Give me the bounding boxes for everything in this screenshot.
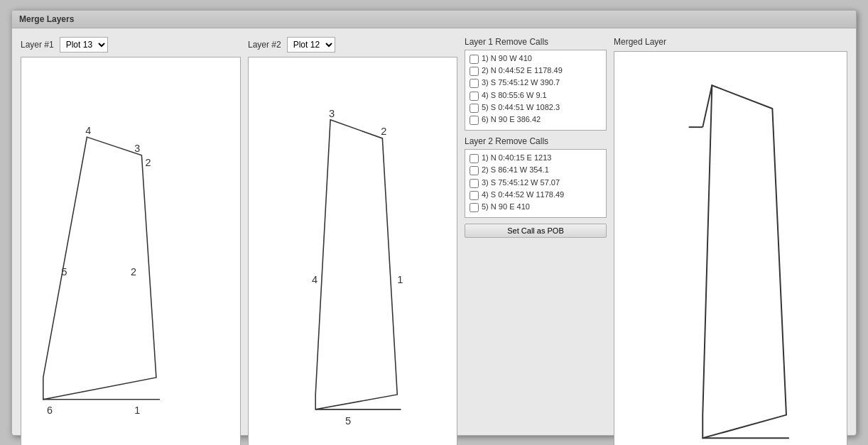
layer1-calls-section: Layer 1 Remove Calls 1) N 90 W 410 2) N …: [465, 37, 607, 131]
call4-text: 4) S 80:55:6 W 9.1: [482, 90, 547, 101]
dialog-titlebar: Merge Layers: [12, 11, 856, 28]
svg-text:1: 1: [397, 273, 403, 285]
svg-text:2: 2: [131, 266, 136, 278]
list-item: 2) S 86:41 W 354.1: [470, 165, 602, 175]
call1-checkbox[interactable]: [470, 55, 479, 64]
layer2-calls-box: 1) N 0:40:15 E 1213 2) S 86:41 W 354.1 3…: [465, 149, 607, 218]
list-item: 1) N 0:40:15 E 1213: [470, 153, 602, 163]
call5-checkbox[interactable]: [470, 104, 479, 113]
dialog-title: Merge Layers: [19, 14, 74, 24]
layer2-panel: Layer #2 Plot 12 Plot 13 Plot 11 3 2 4 1…: [248, 37, 457, 446]
list-item: 5) S 0:44:51 W 1082.3: [470, 102, 602, 113]
svg-marker-9: [315, 119, 397, 409]
list-item: 3) S 75:45:12 W 390.7: [470, 77, 602, 88]
call6-text: 6) N 90 E 386.42: [482, 114, 541, 125]
svg-text:2: 2: [381, 125, 386, 136]
layer2-label: Layer #2: [248, 40, 281, 50]
set-call-pob-button[interactable]: Set Call as POB: [465, 224, 607, 238]
list-item: 1) N 90 W 410: [470, 53, 602, 64]
layer2-select[interactable]: Plot 12 Plot 13 Plot 11: [287, 37, 335, 53]
svg-marker-0: [43, 137, 156, 400]
layer2-svg: 3 2 4 1 5: [249, 57, 457, 446]
layer2-header: Layer #2 Plot 12 Plot 13 Plot 11: [248, 37, 457, 53]
call1-text: 1) N 90 W 410: [482, 53, 532, 64]
list-item: 2) N 0:44:52 E 1178.49: [470, 65, 602, 76]
svg-text:3: 3: [329, 107, 335, 119]
svg-marker-16: [702, 85, 786, 438]
list-item: 6) N 90 E 386.42: [470, 114, 602, 125]
l2-call3-text: 3) S 75:45:12 W 57.07: [482, 177, 560, 188]
list-item: 5) N 90 E 410: [470, 202, 602, 212]
list-item: 4) S 80:55:6 W 9.1: [470, 90, 602, 101]
l2-call5-checkbox[interactable]: [470, 203, 479, 212]
call4-checkbox[interactable]: [470, 92, 479, 101]
svg-text:1: 1: [134, 405, 140, 416]
merged-canvas: [614, 51, 847, 446]
svg-text:6: 6: [47, 405, 53, 416]
svg-text:4: 4: [312, 273, 318, 285]
l2-call5-text: 5) N 90 E 410: [482, 202, 530, 212]
layer2-canvas: 3 2 4 1 5: [248, 57, 457, 446]
layer1-calls-box: 1) N 90 W 410 2) N 0:44:52 E 1178.49 3) …: [465, 50, 607, 131]
layer2-calls-label: Layer 2 Remove Calls: [465, 136, 607, 146]
calls-panel: Layer 1 Remove Calls 1) N 90 W 410 2) N …: [465, 37, 607, 446]
call6-checkbox[interactable]: [470, 116, 479, 125]
layer2-calls-section: Layer 2 Remove Calls 1) N 0:40:15 E 1213…: [465, 136, 607, 218]
layer1-select[interactable]: Plot 13 Plot 12 Plot 11: [60, 37, 108, 53]
layer1-panel: Layer #1 Plot 13 Plot 12 Plot 11 3 2 4 5: [21, 37, 241, 446]
merged-header: Merged Layer: [614, 37, 847, 47]
call3-checkbox[interactable]: [470, 79, 479, 88]
l2-call1-text: 1) N 0:40:15 E 1213: [482, 153, 551, 163]
call5-text: 5) S 0:44:51 W 1082.3: [482, 102, 560, 113]
svg-text:3: 3: [134, 142, 140, 153]
layer1-header: Layer #1 Plot 13 Plot 12 Plot 11: [21, 37, 241, 53]
svg-text:5: 5: [61, 266, 67, 278]
l2-call3-checkbox[interactable]: [470, 179, 479, 188]
layer1-svg: 3 2 4 5 2 6 1: [21, 57, 240, 446]
svg-text:5: 5: [345, 414, 351, 426]
merged-panel: Merged Layer: [614, 37, 847, 446]
l2-call4-checkbox[interactable]: [470, 191, 479, 200]
svg-text:4: 4: [85, 125, 91, 136]
l2-call2-checkbox[interactable]: [470, 166, 479, 175]
l2-call1-checkbox[interactable]: [470, 154, 479, 163]
merge-layers-dialog: Merge Layers Layer #1 Plot 13 Plot 12 Pl…: [11, 10, 857, 436]
call2-text: 2) N 0:44:52 E 1178.49: [482, 65, 563, 76]
layer1-calls-label: Layer 1 Remove Calls: [465, 37, 607, 47]
layer1-canvas: 3 2 4 5 2 6 1: [21, 57, 241, 446]
call2-checkbox[interactable]: [470, 67, 479, 76]
merged-layer-label: Merged Layer: [614, 37, 666, 47]
list-item: 3) S 75:45:12 W 57.07: [470, 177, 602, 188]
l2-call2-text: 2) S 86:41 W 354.1: [482, 165, 549, 175]
call3-text: 3) S 75:45:12 W 390.7: [482, 77, 560, 88]
svg-text:2: 2: [146, 157, 151, 168]
layer1-label: Layer #1: [21, 40, 54, 50]
l2-call4-text: 4) S 0:44:52 W 1178.49: [482, 189, 564, 200]
merged-svg: [614, 52, 847, 446]
list-item: 4) S 0:44:52 W 1178.49: [470, 189, 602, 200]
